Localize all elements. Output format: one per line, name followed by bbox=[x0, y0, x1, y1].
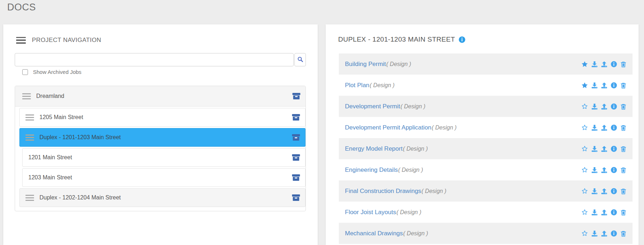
document-link[interactable]: Final Construction Drawings bbox=[345, 188, 421, 195]
documents-header: DUPLEX - 1201-1203 MAIN STREET bbox=[338, 36, 639, 43]
download-icon[interactable] bbox=[591, 167, 598, 173]
info-icon[interactable] bbox=[611, 146, 617, 152]
archive-button[interactable] bbox=[292, 133, 300, 142]
drag-handle-icon[interactable] bbox=[25, 114, 34, 121]
upload-icon[interactable] bbox=[601, 209, 607, 216]
document-link[interactable]: Development Permit Application bbox=[345, 124, 431, 131]
favorite-star-outline-icon[interactable] bbox=[581, 124, 588, 131]
delete-trash-icon[interactable] bbox=[620, 82, 626, 89]
project-info-icon[interactable] bbox=[459, 36, 465, 43]
upload-icon[interactable] bbox=[601, 230, 607, 237]
favorite-star-icon[interactable] bbox=[581, 61, 588, 67]
show-archived-jobs-row: Show Archived Jobs bbox=[22, 69, 318, 75]
upload-icon[interactable] bbox=[601, 124, 607, 131]
documents-list: Building Permit ( Design ) bbox=[339, 53, 633, 244]
document-category: ( Design ) bbox=[401, 103, 425, 110]
upload-icon[interactable] bbox=[601, 146, 607, 152]
drag-handle-icon[interactable] bbox=[25, 195, 34, 201]
upload-icon[interactable] bbox=[601, 188, 607, 194]
document-link[interactable]: Development Permit bbox=[345, 103, 400, 110]
document-category: ( Design ) bbox=[432, 124, 456, 131]
tree-row[interactable]: Duplex - 1201-1203 Main Street bbox=[19, 128, 306, 147]
document-actions bbox=[581, 167, 626, 173]
archive-box-icon bbox=[292, 178, 300, 183]
tree-row[interactable]: Dreamland bbox=[15, 86, 306, 107]
info-icon[interactable] bbox=[611, 82, 617, 89]
tree-row[interactable]: 1203 Main Street bbox=[22, 168, 306, 187]
download-icon[interactable] bbox=[591, 124, 598, 131]
document-category: ( Design ) bbox=[403, 230, 428, 237]
favorite-star-outline-icon[interactable] bbox=[581, 209, 588, 216]
delete-trash-icon[interactable] bbox=[620, 167, 626, 173]
favorite-star-icon[interactable] bbox=[581, 82, 588, 89]
favorite-star-outline-icon[interactable] bbox=[581, 188, 588, 194]
info-icon[interactable] bbox=[611, 61, 617, 67]
archive-button[interactable] bbox=[292, 153, 300, 162]
delete-trash-icon[interactable] bbox=[620, 124, 626, 131]
drag-handle-icon[interactable] bbox=[25, 135, 34, 141]
document-link[interactable]: Mechanical Drawings bbox=[345, 230, 403, 237]
info-icon[interactable] bbox=[611, 188, 617, 194]
project-navigation-header: PROJECT NAVIGATION bbox=[16, 37, 306, 44]
document-link[interactable]: Building Permit bbox=[345, 61, 386, 68]
document-actions bbox=[581, 209, 626, 216]
favorite-star-outline-icon[interactable] bbox=[581, 167, 588, 173]
info-icon[interactable] bbox=[611, 103, 617, 110]
tree-row-label: Dreamland bbox=[36, 93, 64, 99]
download-icon[interactable] bbox=[591, 146, 598, 152]
download-icon[interactable] bbox=[591, 61, 598, 67]
project-tree: Dreamland 1205 Main Street bbox=[15, 86, 306, 211]
favorite-star-outline-icon[interactable] bbox=[581, 146, 588, 152]
document-category: ( Design ) bbox=[397, 209, 421, 216]
archive-button[interactable] bbox=[292, 193, 300, 202]
archive-button[interactable] bbox=[292, 92, 301, 100]
info-icon[interactable] bbox=[611, 230, 617, 237]
download-icon[interactable] bbox=[591, 103, 598, 110]
download-icon[interactable] bbox=[591, 230, 598, 237]
document-actions bbox=[581, 61, 626, 67]
download-icon[interactable] bbox=[591, 188, 598, 194]
delete-trash-icon[interactable] bbox=[620, 209, 626, 216]
info-icon[interactable] bbox=[611, 167, 617, 173]
tree-row[interactable]: 1201 Main Street bbox=[22, 148, 306, 167]
upload-icon[interactable] bbox=[601, 82, 607, 89]
show-archived-jobs-checkbox[interactable] bbox=[22, 69, 28, 75]
upload-icon[interactable] bbox=[601, 103, 607, 110]
delete-trash-icon[interactable] bbox=[620, 61, 626, 67]
info-icon[interactable] bbox=[611, 124, 617, 131]
document-actions bbox=[581, 124, 626, 131]
delete-trash-icon[interactable] bbox=[620, 188, 626, 194]
tree-row[interactable]: 1205 Main Street bbox=[19, 108, 306, 127]
document-link[interactable]: Floor Joist Layouts bbox=[345, 209, 396, 216]
document-actions bbox=[581, 230, 626, 237]
favorite-star-outline-icon[interactable] bbox=[581, 230, 588, 237]
documents-panel: DUPLEX - 1201-1203 MAIN STREET Building … bbox=[326, 24, 639, 245]
archive-button[interactable] bbox=[292, 113, 300, 122]
favorite-star-outline-icon[interactable] bbox=[581, 103, 588, 110]
delete-trash-icon[interactable] bbox=[620, 146, 626, 152]
document-actions bbox=[581, 82, 626, 89]
document-category: ( Design ) bbox=[422, 188, 446, 194]
download-icon[interactable] bbox=[591, 82, 598, 89]
upload-icon[interactable] bbox=[601, 61, 607, 67]
tree-row[interactable]: Duplex - 1202-1204 Main Street bbox=[19, 188, 306, 207]
delete-trash-icon[interactable] bbox=[620, 230, 626, 237]
info-icon[interactable] bbox=[611, 209, 617, 216]
document-link[interactable]: Engineering Details bbox=[345, 166, 398, 174]
document-link[interactable]: Plot Plan bbox=[345, 82, 369, 89]
archive-box-icon bbox=[292, 198, 300, 203]
search-icon bbox=[297, 56, 303, 63]
search-input[interactable] bbox=[15, 53, 294, 66]
project-navigation-panel: PROJECT NAVIGATION Show Archived Jobs Dr… bbox=[3, 24, 318, 245]
download-icon[interactable] bbox=[591, 209, 598, 216]
upload-icon[interactable] bbox=[601, 167, 607, 173]
document-row: Development Permit Application ( Design … bbox=[339, 117, 633, 138]
menu-icon[interactable] bbox=[16, 37, 26, 44]
drag-handle-icon[interactable] bbox=[22, 93, 31, 99]
archive-button[interactable] bbox=[292, 173, 300, 182]
tree-row-label: 1203 Main Street bbox=[28, 174, 72, 181]
delete-trash-icon[interactable] bbox=[620, 103, 626, 110]
document-link[interactable]: Energy Model Report bbox=[345, 145, 403, 152]
archive-box-icon bbox=[292, 157, 300, 163]
search-button[interactable] bbox=[294, 53, 306, 66]
